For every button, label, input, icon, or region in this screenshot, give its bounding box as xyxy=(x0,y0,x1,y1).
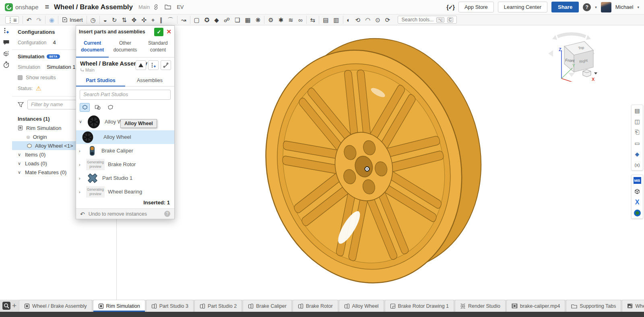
cube-app-icon[interactable] xyxy=(632,186,643,197)
tab-other-documents[interactable]: Other documents xyxy=(109,38,141,58)
user-caret-icon[interactable]: ▾ xyxy=(637,5,639,9)
tab-brake-caliper-mp4[interactable]: brake-caliper.mp4 xyxy=(506,300,565,312)
replace-part-icon[interactable]: ◆ xyxy=(214,17,219,23)
display-states-icon[interactable]: ⟳ xyxy=(385,17,390,23)
alloy-wheel-model[interactable] xyxy=(258,30,483,288)
comment-panel-icon[interactable] xyxy=(0,37,12,48)
app-store-button[interactable]: App Store xyxy=(458,2,494,12)
part-studio-search-input[interactable] xyxy=(80,90,171,100)
share-button[interactable]: Share xyxy=(551,2,579,12)
solid-view-button[interactable] xyxy=(136,60,146,70)
section-view-icon[interactable]: ◐ xyxy=(347,17,351,23)
measure-panel-icon[interactable]: ▭ xyxy=(632,138,643,148)
undo-arrow-icon[interactable]: ↶ xyxy=(80,211,85,217)
tab-alloy-wheel[interactable]: Alloy Wheel xyxy=(339,300,384,312)
chevron-right-icon[interactable]: › xyxy=(79,176,83,181)
cylindrical-mate-icon[interactable]: ◒ xyxy=(103,17,107,23)
view-options-button[interactable] xyxy=(583,70,597,77)
exploded-view-icon[interactable]: ⟲ xyxy=(355,17,361,23)
learning-center-button[interactable]: Learning Center xyxy=(498,2,547,12)
export-part-panel-icon[interactable]: ⎗ xyxy=(632,127,643,138)
workspace-name[interactable]: Main xyxy=(138,4,150,10)
configuration-value[interactable]: 4 xyxy=(53,39,56,45)
pin-slot-mate-icon[interactable]: ⌖ xyxy=(151,17,155,23)
accept-button[interactable]: ✓ xyxy=(154,28,163,36)
transfer-icon[interactable]: ⇆ xyxy=(310,17,316,23)
insert-feature-icon[interactable]: ✪ xyxy=(204,17,210,23)
named-views-icon[interactable]: ◠ xyxy=(365,17,370,23)
update-icon[interactable]: ◉ xyxy=(49,17,54,23)
function-app-icon[interactable]: (x) xyxy=(632,159,643,170)
duplicate-icon[interactable]: ❏ xyxy=(235,17,240,23)
warning-icon[interactable]: ⚠ xyxy=(36,85,41,92)
parallel-mate-icon[interactable]: ∥ xyxy=(159,17,163,23)
view-cube-front-label[interactable]: Front xyxy=(565,58,575,63)
revolute-mate-icon[interactable]: ↻ xyxy=(112,17,117,23)
tangent-mate-icon[interactable]: ⌒ xyxy=(167,17,173,23)
belt-feature-icon[interactable]: ∞ xyxy=(298,17,303,23)
insert-button[interactable]: Insert xyxy=(62,17,83,23)
onshape-logo[interactable]: onshape xyxy=(5,3,39,11)
assembly-tree-toggle[interactable]: ⋮≡ xyxy=(5,16,19,24)
list-item-part-studio-1[interactable]: › Part Studio 1 xyxy=(76,171,174,185)
chevron-down-icon[interactable]: ∨ xyxy=(79,119,83,124)
mate-connector-panel-icon[interactable] xyxy=(0,25,12,37)
help-icon[interactable]: ? xyxy=(583,3,591,11)
tab-rim-simulation[interactable]: Rim Simulation xyxy=(93,300,145,312)
feature-list-panel-icon[interactable]: ▤ xyxy=(632,105,643,116)
ball-mate-icon[interactable]: ✣ xyxy=(141,17,147,23)
undo-footer[interactable]: ↶ Undo to remove instances ? xyxy=(76,208,174,219)
filter-composite-button[interactable] xyxy=(93,103,103,112)
tab-standard-content[interactable]: Standard content xyxy=(142,38,174,58)
bom-panel-icon[interactable]: ◫ xyxy=(632,116,643,127)
footer-help-icon[interactable]: ? xyxy=(164,211,170,217)
columns-icon[interactable]: ▥ xyxy=(333,17,339,23)
bolt-feature-icon[interactable]: ✱ xyxy=(279,17,284,23)
fastened-mate-icon[interactable]: ◷ xyxy=(91,17,96,23)
slider-mate-icon[interactable]: ⇅ xyxy=(122,17,127,23)
user-avatar[interactable] xyxy=(601,2,611,12)
chevron-right-icon[interactable]: › xyxy=(79,162,83,167)
x-app-icon[interactable]: X xyxy=(632,197,643,208)
tab-part-studios[interactable]: Part Studios xyxy=(76,76,125,86)
filter-surface-button[interactable] xyxy=(105,103,116,112)
bom-table-icon[interactable]: ▦ xyxy=(245,17,251,23)
menu-icon[interactable]: ≡ xyxy=(45,3,50,11)
user-name[interactable]: Michael xyxy=(615,4,634,10)
version-graph-button[interactable] xyxy=(161,60,171,70)
view-cube[interactable]: Top Front Right Z X Y xyxy=(539,29,604,82)
tab-current-document[interactable]: Current document xyxy=(76,38,109,58)
marquee-select-icon[interactable]: ▢ xyxy=(194,17,200,23)
new-tab-button[interactable]: + xyxy=(12,301,17,311)
mate-relation-icon[interactable]: ↝ xyxy=(181,17,186,23)
tab-brake-rotor[interactable]: Brake Rotor xyxy=(293,300,338,312)
show-results-checkbox[interactable] xyxy=(18,75,23,80)
gem-app-icon[interactable]: ◆ xyxy=(632,148,643,159)
list-item-alloy-wheel-part[interactable]: Alloy Wheel xyxy=(76,130,174,144)
planar-mate-icon[interactable]: ✥ xyxy=(132,17,137,23)
globe-app-icon[interactable] xyxy=(632,208,643,218)
stopwatch-panel-icon[interactable] xyxy=(0,59,12,70)
tab-render-studio[interactable]: Render Studio xyxy=(455,300,506,312)
graphics-area[interactable]: Top Front Right Z X Y xyxy=(117,25,620,300)
search-tools-box[interactable]: Search tools... ⌥ C xyxy=(398,16,457,24)
redo-icon[interactable]: ↷ xyxy=(36,17,41,23)
tab-wheel-brake-assembly-image[interactable]: Wheel / Brake Assembl... xyxy=(622,300,644,312)
drawing-sheet-icon[interactable]: ▤ xyxy=(323,17,328,23)
help-caret-icon[interactable]: ▾ xyxy=(595,5,597,9)
mate-connector-button[interactable] xyxy=(148,60,159,70)
list-item-brake-rotor[interactable]: › Generating preview Brake Rotor xyxy=(76,158,174,171)
named-position-icon[interactable]: ☍ xyxy=(224,17,230,23)
tab-part-studio-2[interactable]: Part Studio 2 xyxy=(194,300,242,312)
chevron-right-icon[interactable]: › xyxy=(79,189,83,194)
tab-supporting-tabs[interactable]: Supporting Tabs xyxy=(566,300,621,312)
tab-wheel-brake-assembly[interactable]: Wheel / Brake Assembly xyxy=(19,300,92,312)
list-item-wheel-bearing[interactable]: › Generating preview Wheel Bearing xyxy=(76,185,174,199)
appearance-icon[interactable]: ⊙ xyxy=(375,17,380,23)
feature-script-icon[interactable]: {✓} xyxy=(446,4,454,10)
view-cube-top-label[interactable]: Top xyxy=(578,45,584,50)
tab-search-button[interactable] xyxy=(2,301,10,311)
tab-brake-caliper[interactable]: Brake Caliper xyxy=(243,300,292,312)
spring-feature-icon[interactable]: ≋ xyxy=(288,17,293,23)
feature-gear-icon[interactable]: ⚙ xyxy=(268,17,273,23)
